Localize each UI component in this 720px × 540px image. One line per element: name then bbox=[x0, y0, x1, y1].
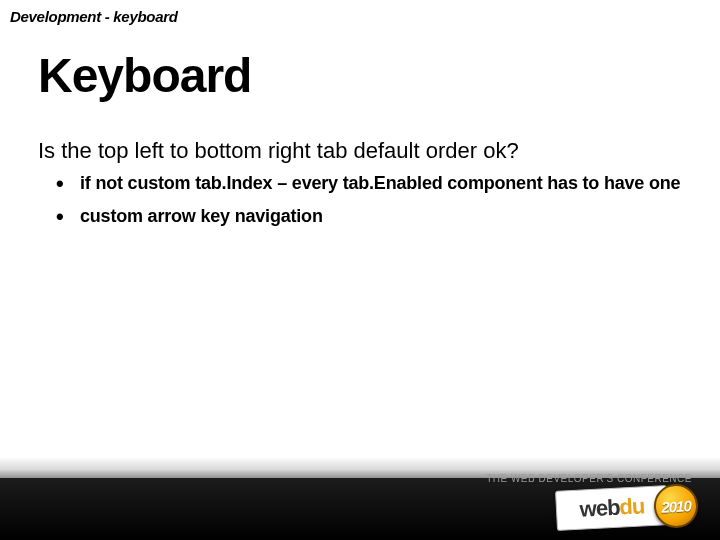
logo-text-web: web bbox=[579, 495, 620, 522]
footer-bar: THE WEB DEVELOPER'S CONFERENCE webdu 201… bbox=[0, 458, 720, 540]
footer-tagline: THE WEB DEVELOPER'S CONFERENCE bbox=[486, 473, 692, 484]
breadcrumb: Development - keyboard bbox=[10, 8, 178, 25]
logo-year: 2010 bbox=[661, 497, 691, 516]
webdu-logo: webdu 2010 bbox=[556, 484, 698, 532]
slide-question: Is the top left to bottom right tab defa… bbox=[38, 138, 519, 164]
list-item: custom arrow key navigation bbox=[56, 205, 680, 228]
bullet-list: if not custom tab.Index – every tab.Enab… bbox=[56, 172, 680, 239]
logo-text-du: du bbox=[619, 493, 645, 519]
logo-card: webdu bbox=[555, 485, 669, 531]
page-title: Keyboard bbox=[38, 48, 251, 103]
list-item: if not custom tab.Index – every tab.Enab… bbox=[56, 172, 680, 195]
